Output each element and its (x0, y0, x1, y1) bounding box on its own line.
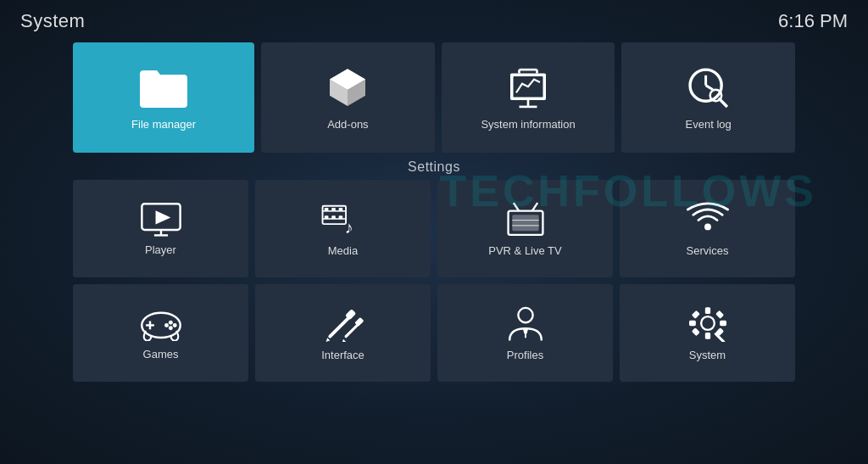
settings-row-1: Player (73, 180, 795, 277)
tile-add-ons[interactable]: Add-ons (261, 42, 435, 153)
svg-marker-44 (342, 339, 346, 342)
svg-point-39 (164, 323, 169, 327)
svg-marker-13 (155, 210, 170, 224)
svg-rect-51 (704, 333, 709, 339)
tile-interface[interactable]: Interface (255, 284, 431, 382)
tile-player[interactable]: Player (73, 180, 248, 277)
tile-interface-label: Interface (321, 349, 364, 361)
tile-media[interactable]: ♪ Media (255, 180, 431, 277)
svg-point-36 (168, 321, 172, 325)
player-icon (139, 201, 183, 237)
svg-marker-41 (326, 338, 330, 342)
svg-line-28 (531, 203, 537, 210)
svg-rect-21 (338, 208, 342, 211)
tile-pvr-live-tv[interactable]: PVR & Live TV (437, 180, 613, 277)
system-information-icon (504, 65, 552, 111)
svg-rect-53 (720, 321, 726, 326)
tile-services-label: Services (687, 244, 729, 257)
tile-event-log[interactable]: Event log (621, 42, 795, 153)
svg-rect-54 (691, 310, 699, 319)
tile-media-label: Media (328, 244, 358, 257)
top-row: File manager Add-ons (0, 42, 868, 153)
svg-rect-24 (338, 215, 342, 219)
interface-icon (321, 305, 365, 342)
svg-rect-22 (324, 215, 328, 219)
games-icon (139, 305, 183, 341)
svg-line-27 (513, 203, 518, 210)
svg-point-32 (704, 224, 711, 231)
file-manager-icon (136, 65, 191, 111)
header: System 6:16 PM (0, 0, 868, 42)
svg-point-46 (518, 308, 532, 322)
svg-text:♪: ♪ (344, 218, 353, 237)
tile-system-information[interactable]: System information (442, 42, 615, 153)
tile-profiles-label: Profiles (507, 349, 543, 361)
svg-rect-52 (689, 321, 696, 326)
tile-system[interactable]: System (620, 284, 795, 382)
tile-system-label: System (689, 349, 726, 361)
services-icon (686, 200, 730, 238)
svg-rect-55 (715, 310, 724, 319)
profiles-icon (504, 305, 548, 342)
tile-player-label: Player (145, 243, 176, 256)
tile-system-information-label: System information (481, 118, 575, 131)
tile-file-manager[interactable]: File manager (73, 42, 254, 153)
svg-rect-19 (324, 208, 328, 211)
tile-pvr-live-tv-label: PVR & Live TV (488, 244, 561, 257)
system-icon (686, 305, 730, 342)
tile-profiles[interactable]: Profiles (437, 284, 613, 382)
svg-rect-23 (331, 215, 336, 219)
tile-games-label: Games (143, 348, 179, 361)
tile-services[interactable]: Services (620, 180, 795, 277)
add-ons-icon (324, 65, 371, 111)
settings-grid: Player (0, 180, 868, 382)
svg-rect-56 (691, 327, 699, 336)
settings-row-2: Games Interface (73, 284, 795, 382)
tile-file-manager-label: File manager (131, 118, 196, 131)
svg-point-49 (701, 316, 715, 330)
svg-rect-29 (512, 215, 538, 231)
media-icon: ♪ (321, 200, 365, 238)
tile-add-ons-label: Add-ons (327, 118, 368, 131)
svg-point-37 (172, 323, 176, 327)
event-log-icon (685, 65, 732, 111)
svg-line-9 (705, 85, 712, 89)
clock: 6:16 PM (778, 10, 848, 32)
tile-event-log-label: Event log (686, 118, 732, 131)
svg-point-11 (709, 89, 721, 101)
page-title: System (20, 10, 85, 32)
svg-point-38 (168, 326, 172, 330)
tile-games[interactable]: Games (73, 284, 248, 382)
settings-section-label: Settings (0, 153, 868, 180)
pvr-live-tv-icon (504, 200, 548, 238)
svg-rect-50 (704, 307, 709, 314)
svg-rect-20 (331, 208, 336, 211)
